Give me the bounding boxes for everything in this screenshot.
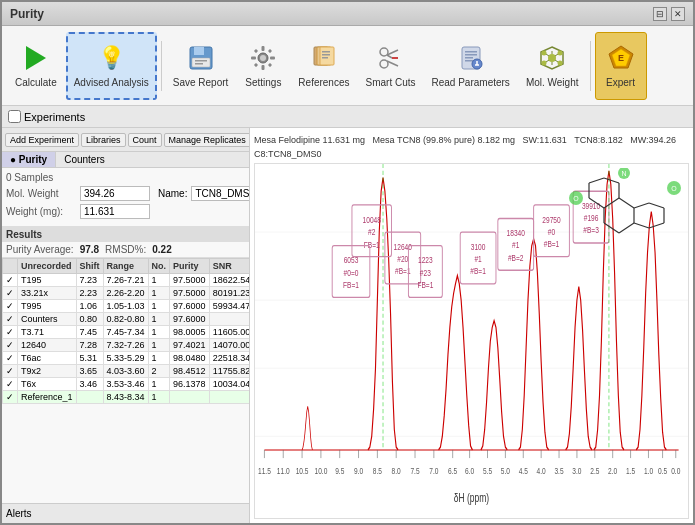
right-panel: Mesa Felodipine 11.631 mg Mesa TCN8 (99.… [250,128,693,523]
references-label: References [298,77,349,89]
name-input[interactable] [191,186,250,201]
toolbar-separator-1 [161,41,162,91]
weight-mg-input[interactable] [80,204,150,219]
svg-text:6.5: 6.5 [448,466,458,476]
col-check [3,259,18,274]
svg-text:12640: 12640 [394,242,413,252]
svg-text:4.0: 4.0 [537,466,547,476]
svg-text:8.5: 8.5 [373,466,383,476]
cell-snr: 59934.47 [209,300,249,313]
cell-range: 1.05-1.03 [103,300,148,313]
cell-shift: 3.46 [76,378,103,391]
mol-weight-input[interactable] [80,186,150,201]
cell-check: ✓ [3,313,18,326]
mol-weight-label: Mol. Weight [526,77,579,89]
table-row: ✓ T195 7.23 7.26-7.21 1 97.5000 18622.54 [3,274,250,287]
svg-text:5.5: 5.5 [483,466,493,476]
cell-range: 5.33-5.29 [103,352,148,365]
svg-text:3.5: 3.5 [554,466,564,476]
results-header: Results [2,227,249,242]
mol-weight-button[interactable]: Mol. Weight [519,32,586,100]
cell-range: 2.26-2.20 [103,287,148,300]
cell-range: 0.82-0.80 [103,313,148,326]
cell-no: 2 [148,365,170,378]
settings-button[interactable]: Settings [237,32,289,100]
toolbar-separator-2 [590,41,591,91]
svg-rect-14 [268,63,272,67]
advised-analysis-button[interactable]: 💡 Advised Analysis [66,32,157,100]
restore-button[interactable]: ⊟ [653,7,667,21]
read-parameters-label: Read Parameters [432,77,510,89]
cell-snr: 11605.00 [209,326,249,339]
col-shift: Shift [76,259,103,274]
cell-check: ✓ [3,378,18,391]
results-section: Purity Average: 97.8 RMSD%: 0.22 [2,242,249,258]
smart-cuts-label: Smart Cuts [365,77,415,89]
svg-text:6.0: 6.0 [465,466,475,476]
smart-cuts-button[interactable]: Smart Cuts [358,32,422,100]
bottom-status-bar: Alerts [2,503,249,523]
read-parameters-icon [455,42,487,74]
weight-mg-row: Weight (mg): [6,204,245,219]
table-row: ✓ T9x2 3.65 4.03-3.60 2 98.4512 11755.82 [3,365,250,378]
cell-id: Reference_1 [18,391,77,404]
svg-line-63 [649,223,664,228]
table-row: ✓ 12640 7.28 7.32-7.26 1 97.4021 14070.0… [3,339,250,352]
expert-button[interactable]: E Expert [595,32,647,100]
cell-no: 1 [148,352,170,365]
window-title: Purity [10,7,44,21]
cell-purity: 98.4512 [170,365,210,378]
spectrum-info-line-1: Mesa Felodipine 11.631 mg Mesa TCN8 (99.… [254,135,681,159]
svg-text:11.0: 11.0 [277,466,290,476]
references-button[interactable]: References [291,32,356,100]
svg-line-50 [619,198,634,208]
svg-line-53 [604,223,619,233]
references-icon [308,42,340,74]
cell-id: T6x [18,378,77,391]
svg-rect-11 [254,49,258,53]
calculate-button[interactable]: Calculate [8,32,64,100]
svg-text:O: O [573,195,579,202]
advised-analysis-icon: 💡 [95,42,127,74]
cell-shift: 7.28 [76,339,103,352]
cell-id: 12640 [18,339,77,352]
svg-text:10048: 10048 [363,214,382,224]
add-experiment-button[interactable]: Add Experiment [5,133,79,147]
main-window: Purity ⊟ ✕ Calculate 💡 Advised Analysis [0,0,695,525]
experiments-checkbox[interactable] [8,110,21,123]
svg-point-39 [558,61,563,66]
svg-text:N: N [621,170,626,177]
save-report-label: Save Report [173,77,229,89]
svg-line-52 [619,223,634,233]
count-button[interactable]: Count [128,133,162,147]
experiments-checkbox-label[interactable]: Experiments [8,110,85,123]
read-parameters-button[interactable]: Read Parameters [425,32,517,100]
svg-rect-10 [270,57,275,60]
svg-rect-4 [195,63,203,65]
svg-text:#0=0: #0=0 [344,268,359,278]
save-report-button[interactable]: Save Report [166,32,236,100]
alerts-label: Alerts [6,508,32,519]
svg-rect-19 [322,54,330,56]
cell-snr: 10034.04 [209,378,249,391]
cell-purity: 97.4021 [170,339,210,352]
cell-shift: 3.65 [76,365,103,378]
mini-toolbar: Add Experiment Libraries Count Manage Re… [2,128,249,152]
svg-rect-18 [322,51,330,53]
manage-replicates-button[interactable]: Manage Replicates [164,133,250,147]
tab-counters[interactable]: Counters [56,152,113,167]
cell-snr [209,391,249,404]
svg-rect-9 [251,57,256,60]
svg-text:#B=1: #B=1 [544,239,560,249]
svg-rect-28 [465,54,477,56]
libraries-button[interactable]: Libraries [81,133,126,147]
svg-text:10.0: 10.0 [314,466,327,476]
cell-snr: 80191.23 [209,287,249,300]
svg-text:3100: 3100 [471,242,486,252]
close-button[interactable]: ✕ [671,7,685,21]
cell-purity: 97.5000 [170,274,210,287]
tab-purity[interactable]: ● Purity [2,152,56,167]
cell-check: ✓ [3,365,18,378]
svg-text:18340: 18340 [507,228,526,238]
svg-rect-8 [262,65,265,70]
